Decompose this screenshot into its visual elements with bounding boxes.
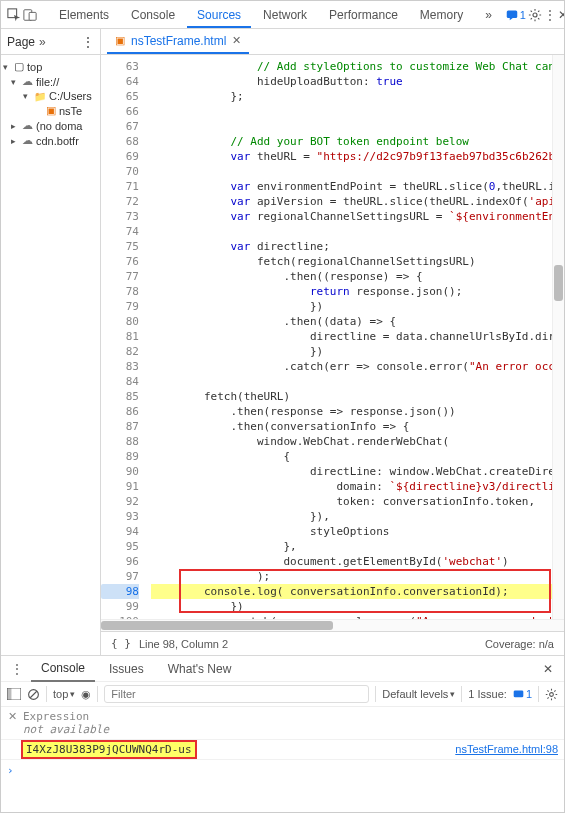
messages-badge[interactable]: 1 (506, 9, 526, 21)
page-pane-header[interactable]: Page » ⋮ (1, 29, 101, 54)
divider (461, 686, 462, 702)
messages-count: 1 (520, 9, 526, 21)
close-devtools-icon[interactable]: ✕ (558, 5, 565, 25)
log-levels-selector[interactable]: Default levels▾ (382, 688, 455, 700)
svg-rect-9 (514, 690, 524, 697)
drawer-tab-issues[interactable]: Issues (99, 657, 154, 681)
tab-elements[interactable]: Elements (49, 2, 119, 28)
file-tab-label: nsTestFrame.html (131, 34, 226, 48)
execution-context-selector[interactable]: top▾ (53, 688, 75, 700)
tree-nodoma[interactable]: ▸(no doma (3, 118, 98, 133)
svg-rect-2 (29, 12, 36, 20)
devtools-tab-strip: Elements Console Sources Network Perform… (1, 1, 564, 29)
open-file-tabs: ▣ nsTestFrame.html ✕ (101, 29, 564, 54)
console-sidebar-toggle-icon[interactable] (7, 688, 21, 700)
console-source-link[interactable]: nsTestFrame.html:98 (455, 743, 558, 755)
drawer-tabs: ⋮ Console Issues What's New ✕ (1, 655, 564, 681)
svg-point-4 (533, 12, 537, 16)
live-expression-row[interactable]: ✕ Expression not available (1, 707, 564, 740)
console-prompt[interactable]: › (1, 760, 564, 781)
coverage-status[interactable]: Coverage: n/a (485, 638, 554, 650)
page-label: Page (7, 35, 35, 49)
clear-console-icon[interactable] (27, 688, 40, 701)
divider (375, 686, 376, 702)
sources-subbar: Page » ⋮ ▣ nsTestFrame.html ✕ (1, 29, 564, 55)
console-filter-input[interactable] (104, 685, 369, 703)
inspect-icon[interactable] (7, 5, 21, 25)
pretty-print-icon[interactable]: { } (111, 637, 131, 650)
drawer-tab-console[interactable]: Console (31, 656, 95, 682)
close-icon[interactable]: ✕ (232, 34, 241, 47)
svg-line-8 (30, 691, 37, 698)
svg-point-10 (550, 692, 554, 696)
device-toggle-icon[interactable] (23, 5, 37, 25)
live-expression-value: not available (23, 723, 558, 736)
close-icon[interactable]: ✕ (7, 710, 17, 723)
page-overflow[interactable]: » (39, 35, 46, 49)
prompt-caret-icon: › (7, 764, 14, 777)
sources-main: ▾▢top ▾file:// ▾C:/Users ▣nsTe ▸(no doma… (1, 55, 564, 655)
divider (538, 686, 539, 702)
tab-overflow[interactable]: » (475, 2, 502, 28)
kebab-icon[interactable]: ⋮ (544, 5, 556, 25)
tree-file-origin[interactable]: ▾file:// (3, 74, 98, 89)
vertical-scrollbar[interactable] (552, 55, 564, 619)
kebab-icon[interactable]: ⋮ (82, 35, 94, 49)
drawer-tab-whatsnew[interactable]: What's New (158, 657, 242, 681)
issues-badge[interactable]: 1 (513, 688, 532, 700)
tab-network[interactable]: Network (253, 2, 317, 28)
gear-icon[interactable] (528, 5, 542, 25)
scrollbar-thumb[interactable] (101, 621, 333, 630)
scrollbar-thumb[interactable] (554, 265, 563, 301)
file-tree[interactable]: ▾▢top ▾file:// ▾C:/Users ▣nsTe ▸(no doma… (1, 55, 101, 655)
tree-nste-file[interactable]: ▣nsTe (3, 103, 98, 118)
tree-cdn[interactable]: ▸cdn.botfr (3, 133, 98, 148)
divider (97, 686, 98, 702)
tab-sources[interactable]: Sources (187, 2, 251, 28)
tab-console[interactable]: Console (121, 2, 185, 28)
code-editor[interactable]: 6364656667686970717273747576777879808182… (101, 55, 564, 655)
issues-label: 1 Issue: (468, 688, 507, 700)
tree-cusers[interactable]: ▾C:/Users (3, 89, 98, 103)
divider (46, 686, 47, 702)
console-body[interactable]: ✕ Expression not available I4XzJ8U383P9j… (1, 707, 564, 781)
svg-rect-6 (7, 688, 11, 700)
live-expression-label: Expression (23, 710, 558, 723)
console-output-highlight: I4XzJ8U383P9jQCUWNQ4rD-us (23, 742, 195, 757)
html-file-icon: ▣ (115, 34, 125, 47)
close-icon[interactable]: ✕ (538, 659, 558, 679)
file-tab-nstestframe[interactable]: ▣ nsTestFrame.html ✕ (107, 30, 249, 54)
tree-top[interactable]: ▾▢top (3, 59, 98, 74)
editor-status-bar: { } Line 98, Column 2 Coverage: n/a (101, 631, 564, 655)
code-body[interactable]: // Add styleOptions to customize Web Cha… (145, 55, 564, 619)
line-gutter[interactable]: 6364656667686970717273747576777879808182… (101, 55, 145, 619)
console-toolbar: top▾ ◉ Default levels▾ 1 Issue: 1 (1, 681, 564, 707)
cursor-position: Line 98, Column 2 (139, 638, 228, 650)
kebab-icon[interactable]: ⋮ (7, 659, 27, 679)
svg-rect-3 (507, 10, 518, 18)
console-log-row[interactable]: I4XzJ8U383P9jQCUWNQ4rD-us nsTestFrame.ht… (1, 740, 564, 760)
live-expression-icon[interactable]: ◉ (81, 688, 91, 701)
horizontal-scrollbar[interactable] (101, 619, 564, 631)
gear-icon[interactable] (545, 688, 558, 701)
tab-performance[interactable]: Performance (319, 2, 408, 28)
tab-memory[interactable]: Memory (410, 2, 473, 28)
